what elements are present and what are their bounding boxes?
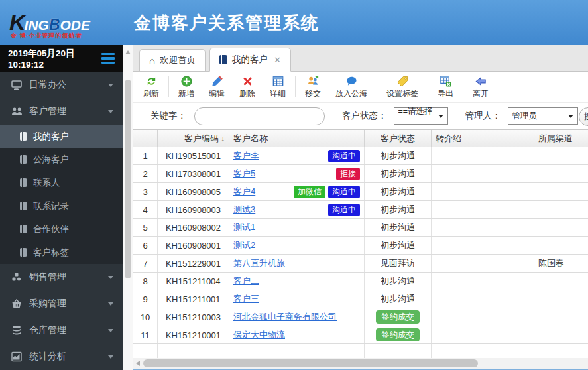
sidebar-item-warehouse-mgmt[interactable]: 仓库管理 <box>0 317 123 343</box>
customer-link[interactable]: 客户李 <box>233 150 259 162</box>
search-button[interactable]: 搜 <box>579 107 588 126</box>
status-badge: 沟通中 <box>328 186 360 198</box>
customer-link[interactable]: 保定大中物流 <box>233 329 285 341</box>
toolbar: 刷新 新增 编辑 删除 详细 <box>133 72 588 102</box>
sidebar-item-my-customers[interactable]: 我的客户 <box>0 125 123 148</box>
sidebar-item-customer-tags[interactable]: 客户标签 <box>0 241 123 264</box>
row-index: 6 <box>133 237 158 254</box>
table-row[interactable]: 7 KH151229001 第八直升机旅 见面拜访 陈国春 <box>133 255 588 273</box>
sidebar-item-label: 销售管理 <box>29 271 108 283</box>
table-row[interactable]: 1 KH190515001 客户李 沟通中 初步沟通 <box>133 147 588 165</box>
book-icon <box>20 202 27 210</box>
export-button[interactable]: 导出 <box>430 74 461 101</box>
chevron-down-icon <box>108 276 113 279</box>
keyword-input[interactable] <box>194 107 325 125</box>
sidebar-item-statistics[interactable]: 统计分析 <box>0 343 123 370</box>
sidebar-item-contact-records[interactable]: 联系记录 <box>0 194 123 217</box>
table-row[interactable]: 9 KH151211001 客户三 初步沟通 <box>133 290 588 308</box>
tab-welcome-home[interactable]: ⌂ 欢迎首页 <box>139 49 206 71</box>
book-icon <box>20 248 27 257</box>
sidebar-item-customer-mgmt[interactable]: 客户管理 <box>0 98 123 125</box>
table-row[interactable]: 2 KH170308001 客户5 拒接 初步沟通 <box>133 165 588 183</box>
customer-name-cell: 客户4 加微信沟通中 <box>229 183 365 200</box>
sidebar-item-partners[interactable]: 合作伙伴 <box>0 217 123 241</box>
channel-cell <box>534 290 588 308</box>
table-row[interactable]: 6 KH160908001 测试2 初步沟通 <box>133 237 588 255</box>
scroll-up-arrow-icon[interactable] <box>125 50 131 54</box>
add-button[interactable]: 新增 <box>171 74 202 101</box>
book-icon <box>20 178 27 187</box>
manager-select[interactable]: 管理员 <box>508 107 578 125</box>
customer-name-cell: 测试3 沟通中 <box>229 201 365 218</box>
users-icon <box>9 106 24 117</box>
sidebar-scrollbar-thumb[interactable] <box>125 80 131 278</box>
row-index: 1 <box>133 147 158 164</box>
customer-name-cell: 客户二 <box>229 273 365 290</box>
sidebar-item-daily-office[interactable]: 日常办公 <box>0 72 123 98</box>
horizontal-scrollbar-thumb[interactable] <box>143 359 478 367</box>
customer-link[interactable]: 客户二 <box>233 275 259 287</box>
leave-button[interactable]: 离开 <box>465 74 496 101</box>
customer-name-cell: 客户三 <box>229 290 365 308</box>
close-icon[interactable]: ✕ <box>274 55 281 65</box>
refresh-button[interactable]: 刷新 <box>136 74 166 101</box>
table-row[interactable]: 4 KH160908003 测试3 沟通中 初步沟通 <box>133 201 588 219</box>
customer-link[interactable]: 客户5 <box>233 168 255 180</box>
sidebar-item-purchase-mgmt[interactable]: 采购管理 <box>0 290 123 317</box>
table-row[interactable]: 5 KH160908002 测试1 初步沟通 <box>133 219 588 237</box>
column-header-customer-status[interactable]: 客户状态 <box>365 130 432 147</box>
delete-button[interactable]: 删除 <box>232 74 263 101</box>
table-row[interactable]: 3 KH160908005 客户4 加微信沟通中 初步沟通 <box>133 183 588 201</box>
customer-status-select[interactable]: ==请选择= <box>394 107 448 125</box>
scroll-left-arrow-icon[interactable] <box>136 361 140 366</box>
select-value: 管理员 <box>512 111 538 122</box>
table-row[interactable]: 10 KH151210003 河北金狐电子商务有限公司 签约成交 <box>133 308 588 326</box>
customer-status-cell: 签约成交 <box>365 326 432 343</box>
my-customers-panel: 刷新 新增 编辑 删除 详细 <box>133 72 588 370</box>
customer-link[interactable]: 第八直升机旅 <box>233 257 285 269</box>
toolbar-separator <box>168 76 169 97</box>
table-row[interactable]: 8 KH151211004 客户二 初步沟通 <box>133 273 588 290</box>
horizontal-scrollbar[interactable] <box>133 358 588 369</box>
channel-cell: 陈国春 <box>534 255 588 272</box>
column-header-customer-name[interactable]: 客户名称 <box>229 130 365 147</box>
menu-toggle-icon[interactable] <box>101 53 115 64</box>
chevron-down-icon <box>108 110 113 113</box>
book-icon <box>20 132 27 141</box>
column-header-referral[interactable]: 转介绍 <box>432 130 534 147</box>
edit-button[interactable]: 编辑 <box>202 74 232 101</box>
column-header-index <box>133 130 158 147</box>
sidebar-scrollbar[interactable] <box>123 45 133 370</box>
referral-cell <box>432 165 534 182</box>
transfer-button[interactable]: 移交 <box>298 74 328 101</box>
customer-link[interactable]: 客户三 <box>233 293 259 305</box>
customer-link[interactable]: 测试3 <box>233 204 255 216</box>
manager-label: 管理人： <box>465 110 501 122</box>
sidebar-item-contacts[interactable]: 联系人 <box>0 171 123 194</box>
put-to-public-sea-button[interactable]: 放入公海 <box>328 74 375 101</box>
table-row[interactable]: 11 KH151210001 保定大中物流 签约成交 <box>133 326 588 344</box>
logo-letters-ing: ING <box>25 17 49 32</box>
datetime-bar: 2019年05月20日 10:19:12 <box>0 45 123 72</box>
customer-link[interactable]: 客户4 <box>233 186 255 198</box>
channel-cell <box>534 201 588 218</box>
sidebar-item-sales-mgmt[interactable]: 销售管理 <box>0 264 123 290</box>
referral-cell <box>432 183 534 200</box>
sort-desc-icon: ↓ <box>221 134 225 143</box>
cubes-icon <box>9 272 24 282</box>
customer-code: KH151211001 <box>158 290 229 308</box>
sidebar-item-label: 统计分析 <box>29 351 108 363</box>
customer-link[interactable]: 河北金狐电子商务有限公司 <box>233 311 337 323</box>
tab-label: 欢迎首页 <box>160 54 196 66</box>
customer-link[interactable]: 测试2 <box>233 239 255 251</box>
column-header-channel[interactable]: 所属渠道 <box>534 130 588 147</box>
sidebar-item-public-sea-customers[interactable]: 公海客户 <box>0 148 123 171</box>
column-header-label: 客户状态 <box>381 133 415 145</box>
tab-my-customers[interactable]: 我的客户 ✕ <box>209 48 291 72</box>
set-tag-button[interactable]: 设置标签 <box>379 74 426 101</box>
referral-cell <box>432 255 534 272</box>
detail-button[interactable]: 详细 <box>263 74 293 101</box>
logo-letter-k: K <box>9 9 25 34</box>
column-header-customer-code[interactable]: 客户编码 ↓ <box>158 130 229 147</box>
customer-link[interactable]: 测试1 <box>233 221 255 233</box>
